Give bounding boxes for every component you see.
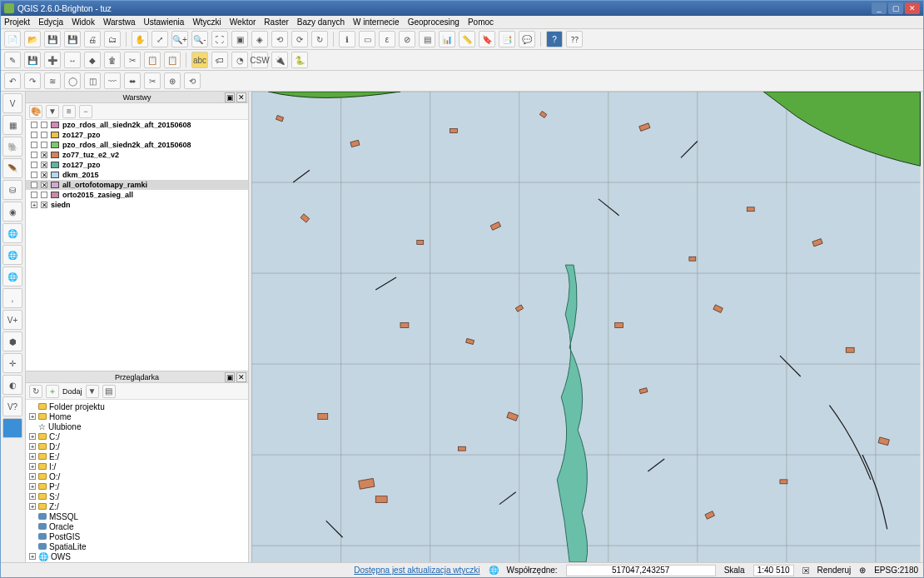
tree-item[interactable]: SpatiaLite	[27, 541, 246, 551]
menu-raster[interactable]: Raster	[264, 17, 288, 27]
pan-icon[interactable]: ✋	[132, 31, 148, 47]
offset-icon[interactable]: ⬌	[124, 72, 141, 89]
label-icon[interactable]: abc	[191, 52, 208, 68]
tree-item[interactable]: +I:/	[27, 461, 246, 471]
tree-expand-icon[interactable]: +	[29, 463, 36, 470]
move-feature-icon[interactable]: ↔	[64, 52, 81, 68]
copy-icon[interactable]: 📋	[144, 52, 161, 68]
field-calc-icon[interactable]: 📊	[439, 31, 455, 47]
simplify-icon[interactable]: ≋	[44, 72, 61, 89]
browser-tree[interactable]: Folder projektu+Home☆Ulubione+C:/+D:/+E:…	[26, 400, 248, 562]
minimize-button[interactable]: _	[872, 2, 887, 14]
map-canvas[interactable]	[249, 92, 923, 562]
expand-icon[interactable]	[31, 132, 37, 138]
tree-item[interactable]: +P:/	[27, 481, 246, 491]
diagram-icon[interactable]: ◔	[231, 52, 248, 68]
maximize-button[interactable]: ▢	[888, 2, 903, 14]
pan-selection-icon[interactable]: ⤢	[152, 31, 168, 47]
deselect-icon[interactable]: ⊘	[399, 31, 415, 47]
rotate-icon[interactable]: ⟲	[184, 72, 201, 89]
browser-filter-icon[interactable]: ▼	[86, 385, 99, 398]
add-wms-icon[interactable]: 🌐	[2, 223, 22, 243]
undo-icon[interactable]: ↶	[4, 72, 21, 89]
tree-item[interactable]: +S:/	[27, 491, 246, 501]
tree-item[interactable]: +D:/	[27, 441, 246, 451]
tree-item[interactable]: Oracle	[27, 521, 246, 531]
menu-warstwa[interactable]: Warstwa	[103, 17, 136, 27]
expand-icon[interactable]: +	[31, 202, 37, 208]
expand-icon[interactable]	[31, 142, 37, 148]
layer-expand-icon[interactable]: ≡	[62, 105, 76, 118]
bookmark-list-icon[interactable]: 📑	[499, 31, 515, 47]
tree-item[interactable]: +O:/	[27, 471, 246, 481]
tree-item[interactable]: MSSQL	[27, 511, 246, 521]
menu-geoprocesing[interactable]: Geoprocesing	[408, 17, 460, 27]
add-oracle-icon[interactable]: ◉	[2, 202, 22, 222]
menu-projekt[interactable]: Projekt	[4, 17, 30, 27]
tree-expand-icon[interactable]: +	[29, 553, 36, 560]
add-wfs-icon[interactable]: 🌐	[2, 267, 22, 287]
identify-icon[interactable]: ℹ	[339, 31, 355, 47]
bookmark-icon[interactable]: 🔖	[479, 31, 495, 47]
tree-expand-icon[interactable]: +	[29, 483, 36, 490]
oracle-georaster-icon[interactable]: ◐	[2, 375, 22, 395]
layers-tree[interactable]: pzo_rdos_all_siedn2k_aft_20150608zo127_p…	[26, 120, 248, 371]
layer-checkbox[interactable]	[41, 142, 47, 148]
tree-expand-icon[interactable]: +	[29, 493, 36, 500]
merge-icon[interactable]: ⊕	[164, 72, 181, 89]
layer-style-icon[interactable]: 🎨	[29, 105, 42, 118]
add-wcs-icon[interactable]: 🌐	[2, 245, 22, 265]
python-icon[interactable]: 🐍	[291, 52, 308, 68]
measure-icon[interactable]: 📏	[459, 31, 475, 47]
layer-checkbox[interactable]	[41, 132, 47, 138]
open-project-icon[interactable]: 📂	[24, 31, 41, 47]
zoom-selection-icon[interactable]: ▣	[231, 31, 248, 47]
print-composer-icon[interactable]: 🖨	[84, 31, 101, 47]
attr-table-icon[interactable]: ▤	[419, 31, 435, 47]
tree-item[interactable]: ☆Ulubione	[27, 421, 246, 431]
save-edits-icon[interactable]: 💾	[24, 52, 41, 68]
tree-item[interactable]: Folder projektu	[27, 401, 246, 411]
tree-item[interactable]: +Z:/	[27, 501, 246, 511]
close-button[interactable]: ✕	[905, 2, 920, 14]
add-postgis-icon[interactable]: 🐘	[2, 137, 22, 157]
delete-feature-icon[interactable]: 🗑	[104, 52, 121, 68]
render-checkbox[interactable]: ✕	[802, 567, 809, 574]
cut-icon[interactable]: ✂	[124, 52, 141, 68]
layer-row[interactable]: ✕all_ortofotomapy_ramki	[26, 180, 248, 190]
layers-undock-button[interactable]: ▣	[225, 92, 235, 102]
layer-checkbox[interactable]: ✕	[41, 152, 47, 158]
tree-item[interactable]: +🌐OWS	[27, 551, 246, 561]
paste-icon[interactable]: 📋	[164, 52, 181, 68]
zoom-full-icon[interactable]: ⛶	[211, 31, 228, 47]
tree-expand-icon[interactable]: +	[29, 443, 36, 450]
csw-icon[interactable]: CSW	[251, 52, 268, 68]
redo-icon[interactable]: ↷	[24, 72, 41, 89]
new-project-icon[interactable]: 📄	[4, 31, 21, 47]
add-raster-icon[interactable]: ▦	[2, 115, 22, 135]
zoom-out-icon[interactable]: 🔍-	[191, 31, 208, 47]
layer-checkbox[interactable]	[41, 122, 47, 128]
composer-manager-icon[interactable]: 🗂	[104, 31, 121, 47]
tree-item[interactable]: +E:/	[27, 451, 246, 461]
layer-row[interactable]: pzo_rdos_all_siedn2k_aft_20150608	[26, 140, 248, 150]
layer-remove-icon[interactable]: －	[79, 105, 92, 118]
menu-bazy[interactable]: Bazy danych	[297, 17, 345, 27]
tree-expand-icon[interactable]: +	[29, 473, 36, 480]
coord-field[interactable]: 517047,243257	[566, 565, 716, 576]
menu-edycja[interactable]: Edycja	[38, 17, 63, 27]
plugin-update-link[interactable]: Dostępna jest aktualizacja wtyczki	[354, 566, 479, 575]
gps-icon[interactable]: ✛	[2, 353, 22, 373]
menu-wtyczki[interactable]: Wtyczki	[192, 17, 221, 27]
layer-row[interactable]: zo127_pzo	[26, 130, 248, 140]
split-icon[interactable]: ✂	[144, 72, 161, 89]
layer-filter-icon[interactable]: ▼	[46, 105, 59, 118]
browser-collapse-icon[interactable]: ▤	[102, 385, 116, 398]
menu-wektor[interactable]: Wektor	[230, 17, 256, 27]
add-csv-icon[interactable]: ,	[2, 288, 22, 308]
layer-checkbox[interactable]	[41, 192, 47, 198]
layer-row[interactable]: pzo_rdos_all_siedn2k_aft_20150608	[26, 120, 248, 130]
part-icon[interactable]: ◫	[84, 72, 101, 89]
layer-checkbox[interactable]: ✕	[41, 162, 47, 168]
expand-icon[interactable]	[31, 122, 37, 128]
